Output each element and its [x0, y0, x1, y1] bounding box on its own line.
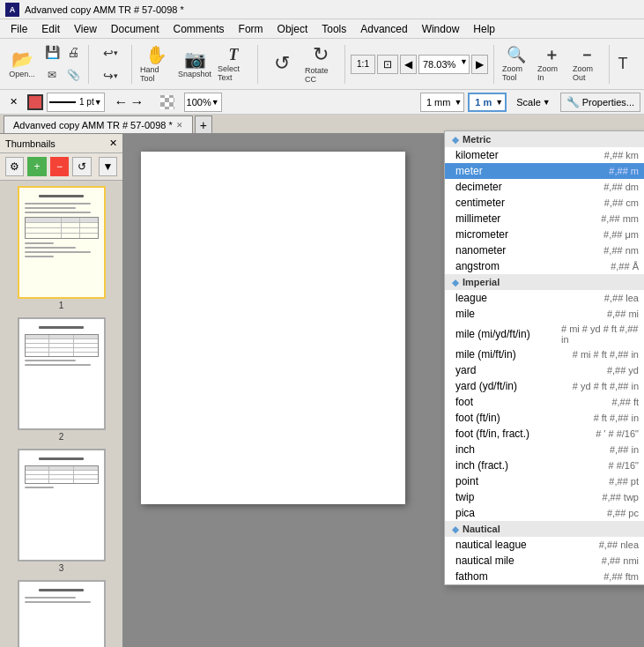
- tab-close-icon[interactable]: ✕: [176, 121, 183, 130]
- redo-arrow: ▾: [114, 71, 118, 80]
- thumbnail-page-1[interactable]: 1: [18, 186, 106, 310]
- dropdown-item-nautical-mile[interactable]: nautical mile #,## nmi: [445, 553, 644, 569]
- properties-button[interactable]: 🔧 Properties...: [560, 93, 640, 112]
- menu-comments[interactable]: Comments: [167, 21, 232, 37]
- secondary-toolbar: ✕ 1 pt ▼ ← → 100% ▼ 1 mm ▼ 1 m ▼ Scale ▼…: [0, 90, 644, 115]
- extra-icon: T: [618, 55, 628, 73]
- menu-tools[interactable]: Tools: [315, 21, 353, 37]
- thumb-add-button[interactable]: +: [27, 157, 46, 176]
- snapshot-button[interactable]: 📷 Snapshot: [176, 41, 213, 87]
- zoom-out-button[interactable]: － Zoom Out: [570, 41, 603, 87]
- dropdown-item-angstrom[interactable]: angstrom #,## Å: [445, 258, 644, 274]
- arrow-left-button[interactable]: ← →: [108, 93, 151, 112]
- menu-advanced[interactable]: Advanced: [353, 21, 414, 37]
- thumb-remove-button[interactable]: −: [50, 157, 69, 176]
- thumb-rotate-button[interactable]: ↺: [72, 157, 91, 176]
- undo-button[interactable]: ↩ ▾: [94, 42, 126, 63]
- rotate-cc-icon: ↺: [274, 54, 290, 73]
- thumb-add-icon: +: [34, 160, 41, 173]
- zoom-percent-arrow: ▼: [211, 98, 219, 107]
- dropdown-item-micrometer[interactable]: micrometer #,## μm: [445, 227, 644, 242]
- thumbnails-toolbar: ⚙ + − ↺ ▼: [0, 153, 122, 181]
- thumb-image-4: [18, 580, 106, 647]
- titlebar: A Advanved copy AMM TR # 57-0098 *: [0, 0, 644, 19]
- redo-button[interactable]: ↪ ▾: [94, 65, 126, 86]
- dropdown-item-twip[interactable]: twip #,## twp: [445, 489, 644, 505]
- line-width-dropdown-arrow[interactable]: ▼: [94, 98, 102, 107]
- open-button[interactable]: 📂 Open...: [4, 41, 41, 87]
- dropdown-item-mile[interactable]: mile #,## mi: [445, 306, 644, 322]
- menu-form[interactable]: Form: [232, 21, 270, 37]
- menu-file[interactable]: File: [4, 21, 34, 37]
- main-tab[interactable]: Advanved copy AMM TR # 57-0098 * ✕: [4, 115, 193, 133]
- dropdown-item-mile-ft-in[interactable]: mile (mi/ft/in) # mi # ft #,## in: [445, 346, 644, 362]
- dropdown-item-league[interactable]: league #,## lea: [445, 290, 644, 306]
- extra-button[interactable]: T: [615, 41, 631, 87]
- color-picker-button[interactable]: [27, 94, 43, 110]
- dropdown-item-foot[interactable]: foot #,## ft: [445, 394, 644, 410]
- hand-tool-button[interactable]: ✋ Hand Tool: [137, 41, 174, 87]
- thumbnails-close-button[interactable]: ✕: [109, 138, 117, 149]
- thumb-scroll-button[interactable]: ▼: [99, 157, 117, 176]
- imperial-section-header: ◆ Imperial: [445, 274, 644, 290]
- checkerboard-button[interactable]: [154, 93, 181, 112]
- zoom-in-button[interactable]: ＋ Zoom In: [535, 41, 568, 87]
- line-preview: [49, 101, 76, 103]
- zoom-dropdown-arrow[interactable]: ▼: [460, 57, 468, 66]
- dropdown-item-point[interactable]: point #,## pt: [445, 473, 644, 489]
- line-width-control: 1 pt ▼: [47, 93, 105, 112]
- zoom-in-icon: ＋: [544, 47, 559, 63]
- tb2-close-button[interactable]: ✕: [4, 93, 24, 112]
- menu-help[interactable]: Help: [466, 21, 502, 37]
- zoom-1to1-button[interactable]: 1:1: [351, 55, 375, 74]
- email-button[interactable]: ✉: [42, 65, 62, 86]
- tab-add-button[interactable]: +: [195, 115, 212, 133]
- thumbnail-page-4[interactable]: 4: [18, 580, 106, 647]
- print-button[interactable]: 🖨: [63, 42, 83, 63]
- dropdown-item-yard[interactable]: yard #,## yd: [445, 362, 644, 378]
- attach-button[interactable]: 📎: [63, 65, 83, 86]
- menu-document[interactable]: Document: [104, 21, 167, 37]
- dropdown-item-yard-yd-ft-in[interactable]: yard (yd/ft/in) # yd # ft #,## in: [445, 378, 644, 394]
- zoom-percent-control[interactable]: 100% ▼: [184, 93, 222, 112]
- zoom-fit-button[interactable]: ⊡: [377, 55, 398, 74]
- scale-value-control[interactable]: 1 m ▼: [468, 93, 507, 112]
- dropdown-item-foot-fract[interactable]: foot (ft/in, fract.) # ' # #/16": [445, 426, 644, 442]
- menu-window[interactable]: Window: [415, 21, 467, 37]
- menu-edit[interactable]: Edit: [34, 21, 67, 37]
- dropdown-item-pica[interactable]: pica #,## pc: [445, 505, 644, 521]
- scale-label-arrow: ▼: [543, 98, 551, 107]
- thumbnail-page-3[interactable]: 3: [18, 449, 106, 573]
- save-button[interactable]: 💾: [42, 42, 62, 63]
- select-text-button[interactable]: T Select Text: [215, 41, 252, 87]
- zoom-tool-button[interactable]: 🔍 Zoom Tool: [500, 41, 533, 87]
- thumb-settings-icon: ⚙: [10, 160, 19, 173]
- zoom-nav-right-button[interactable]: ▶: [471, 55, 488, 74]
- rotate-cw-button[interactable]: ↻ Rotate CC: [302, 41, 339, 87]
- dropdown-item-meter[interactable]: meter #,## m: [445, 163, 644, 179]
- thumb-settings-button[interactable]: ⚙: [5, 157, 24, 176]
- dropdown-item-mile-yd-ft-in[interactable]: mile (mi/yd/ft/in) # mi # yd # ft #,## i…: [445, 322, 644, 346]
- scale-label-button[interactable]: Scale ▼: [510, 93, 556, 112]
- snapshot-icon: 📷: [184, 50, 206, 68]
- measure-value-control[interactable]: 1 mm ▼: [420, 93, 464, 112]
- menu-object[interactable]: Object: [270, 21, 315, 37]
- dropdown-item-decimeter[interactable]: decimeter #,## dm: [445, 179, 644, 195]
- menu-view[interactable]: View: [67, 21, 104, 37]
- dropdown-item-inch-fract[interactable]: inch (fract.) # #/16": [445, 457, 644, 473]
- dropdown-item-inch[interactable]: inch #,## in: [445, 442, 644, 457]
- thumbnail-page-2[interactable]: 2: [18, 317, 106, 442]
- dropdown-item-fathom[interactable]: fathom #,## ftm: [445, 569, 644, 584]
- dropdown-item-nautical-league[interactable]: nautical league #,## nlea: [445, 537, 644, 553]
- dropdown-item-centimeter[interactable]: centimeter #,## cm: [445, 195, 644, 211]
- scale-value: 1 m: [471, 97, 495, 108]
- tab-label: Advanved copy AMM TR # 57-0098 *: [13, 120, 173, 130]
- thumb-num-3: 3: [59, 563, 64, 573]
- dropdown-item-kilometer[interactable]: kilometer #,## km: [445, 147, 644, 163]
- dropdown-item-foot-ft-in[interactable]: foot (ft/in) # ft #,## in: [445, 410, 644, 426]
- dropdown-item-millimeter[interactable]: millimeter #,## mm: [445, 211, 644, 227]
- zoom-nav-left-button[interactable]: ◀: [400, 55, 417, 74]
- thumb-image-1: [18, 186, 106, 299]
- rotate-cc-button[interactable]: ↺: [263, 41, 300, 87]
- dropdown-item-nanometer[interactable]: nanometer #,## nm: [445, 242, 644, 258]
